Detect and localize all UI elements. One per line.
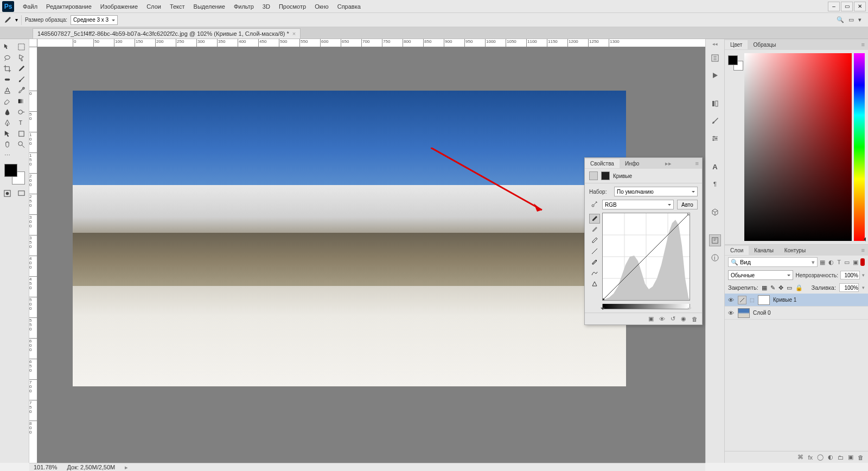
lock-paint-icon[interactable]: ✎ bbox=[770, 284, 775, 291]
curves-graph[interactable] bbox=[602, 213, 690, 301]
curve-pencil-icon[interactable] bbox=[589, 257, 600, 267]
brush-tool[interactable] bbox=[14, 74, 28, 85]
dock-character-icon[interactable]: A bbox=[709, 161, 721, 173]
lock-transparent-icon[interactable]: ▦ bbox=[762, 284, 767, 291]
adjustment-layer-icon[interactable]: ◐ bbox=[828, 454, 833, 461]
properties-panel[interactable]: Свойства Инфо ▸▸ ≡ Кривые Набор: По умол… bbox=[584, 157, 703, 325]
new-layer-icon[interactable]: ▣ bbox=[848, 454, 853, 461]
menu-edit[interactable]: Редактирование bbox=[42, 1, 96, 12]
gradient-tool[interactable] bbox=[14, 96, 28, 106]
fill-input[interactable] bbox=[839, 283, 859, 292]
toggle-visibility-icon[interactable]: ◉ bbox=[681, 315, 686, 322]
properties-collapse-icon[interactable]: ▸▸ bbox=[665, 160, 675, 167]
eraser-tool[interactable] bbox=[0, 96, 14, 106]
dock-brush-presets-icon[interactable] bbox=[709, 115, 721, 127]
eyedropper-white-icon[interactable] bbox=[589, 236, 600, 245]
menu-filter[interactable]: Фильтр bbox=[229, 1, 258, 12]
delete-adjustment-icon[interactable]: 🗑 bbox=[692, 316, 698, 322]
filter-adjust-icon[interactable]: ◐ bbox=[828, 259, 834, 266]
eyedropper-black-icon[interactable] bbox=[589, 214, 600, 224]
dock-properties-icon[interactable] bbox=[709, 234, 721, 246]
tab-properties[interactable]: Свойства bbox=[585, 159, 620, 168]
curve-point-icon[interactable] bbox=[589, 246, 600, 256]
menu-3d[interactable]: 3D bbox=[258, 1, 275, 12]
dock-paragraph-icon[interactable]: ¶ bbox=[709, 178, 721, 190]
link-icon[interactable]: ⬚ bbox=[750, 297, 755, 303]
layer-row-curves[interactable]: 👁 ⬚ Кривые 1 bbox=[725, 294, 868, 307]
group-icon[interactable]: 🗀 bbox=[838, 454, 844, 461]
eyedropper-tool[interactable] bbox=[14, 63, 28, 74]
maximize-button[interactable]: ▭ bbox=[841, 2, 853, 11]
dock-actions-icon[interactable] bbox=[709, 69, 721, 81]
quick-select-tool[interactable] bbox=[14, 52, 28, 63]
dock-history-icon[interactable] bbox=[709, 52, 721, 64]
opacity-input[interactable] bbox=[840, 271, 860, 279]
workspace-icon[interactable]: ▭ bbox=[848, 16, 854, 23]
zoom-level[interactable]: 101.78% bbox=[34, 464, 57, 470]
tab-channels[interactable]: Каналы bbox=[749, 246, 779, 255]
layer-mask-icon[interactable]: ◯ bbox=[817, 454, 824, 461]
blur-tool[interactable] bbox=[0, 106, 14, 117]
document-tab[interactable]: 1485607827_5c1f4ff2-86bc-4b59-b07a-4c3fc… bbox=[33, 28, 301, 39]
menu-layer[interactable]: Слои bbox=[142, 1, 165, 12]
channel-select[interactable]: RGB bbox=[602, 200, 674, 209]
menu-window[interactable]: Окно bbox=[310, 1, 333, 12]
minimize-button[interactable]: – bbox=[828, 2, 840, 11]
layer-row-bg[interactable]: 👁 Слой 0 bbox=[725, 307, 868, 320]
visibility-icon[interactable]: 👁 bbox=[727, 309, 735, 317]
screen-mode-tool[interactable] bbox=[14, 188, 28, 199]
filter-shape-icon[interactable]: ▭ bbox=[844, 259, 850, 266]
curves-input-gradient[interactable] bbox=[602, 304, 690, 309]
visibility-icon[interactable]: 👁 bbox=[727, 296, 735, 304]
blend-mode-select[interactable]: Обычные bbox=[728, 270, 793, 280]
color-swatches[interactable] bbox=[4, 164, 25, 184]
tab-layers[interactable]: Слои bbox=[725, 246, 749, 255]
delete-layer-icon[interactable]: 🗑 bbox=[858, 454, 864, 461]
layers-panel-menu-icon[interactable]: ≡ bbox=[861, 247, 868, 253]
color-picker-square[interactable] bbox=[744, 53, 852, 241]
filter-smart-icon[interactable]: ▣ bbox=[853, 259, 858, 266]
lock-position-icon[interactable]: ✥ bbox=[778, 284, 783, 291]
layer-fx-icon[interactable]: fx bbox=[808, 454, 813, 461]
lasso-tool[interactable] bbox=[0, 52, 14, 63]
crop-tool[interactable] bbox=[0, 63, 14, 74]
doc-size[interactable]: Док: 2,50M/2,50M bbox=[67, 464, 115, 470]
menu-image[interactable]: Изображение bbox=[96, 1, 142, 12]
color-panel-swatch[interactable] bbox=[728, 53, 742, 241]
curve-clip-icon[interactable] bbox=[589, 279, 600, 289]
status-arrow-icon[interactable]: ▸ bbox=[125, 464, 128, 471]
filter-toggle[interactable] bbox=[860, 258, 865, 266]
link-layers-icon[interactable]: ⌘ bbox=[797, 454, 803, 461]
preset-select[interactable]: По умолчанию bbox=[614, 187, 698, 196]
menu-type[interactable]: Текст bbox=[165, 1, 189, 12]
layer-thumb[interactable] bbox=[738, 308, 750, 318]
clone-stamp-tool[interactable] bbox=[0, 85, 14, 96]
dock-info-icon[interactable]: i bbox=[709, 252, 721, 264]
auto-button[interactable]: Авто bbox=[677, 200, 698, 209]
lock-all-icon[interactable]: 🔒 bbox=[795, 284, 803, 291]
layer-filter-select[interactable]: 🔍 Вид ▾ bbox=[728, 257, 818, 267]
menu-file[interactable]: Файл bbox=[18, 1, 42, 12]
menu-help[interactable]: Справка bbox=[333, 1, 365, 12]
curve-smooth-icon[interactable] bbox=[589, 268, 600, 278]
dock-3d-icon[interactable] bbox=[709, 206, 721, 218]
tab-info[interactable]: Инфо bbox=[620, 159, 645, 168]
pen-tool[interactable] bbox=[0, 117, 14, 128]
close-tab-icon[interactable]: × bbox=[292, 30, 296, 37]
tab-paths[interactable]: Контуры bbox=[779, 246, 811, 255]
tab-swatches[interactable]: Образцы bbox=[748, 40, 781, 49]
search-icon[interactable]: 🔍 bbox=[837, 16, 844, 23]
filter-type-icon[interactable]: T bbox=[837, 259, 841, 266]
hand-tool[interactable] bbox=[0, 139, 14, 150]
quick-mask-tool[interactable] bbox=[0, 188, 14, 199]
menu-select[interactable]: Выделение bbox=[189, 1, 229, 12]
path-select-tool[interactable] bbox=[0, 128, 14, 139]
tab-color[interactable]: Цвет bbox=[725, 40, 748, 49]
lock-artboard-icon[interactable]: ▭ bbox=[787, 284, 792, 291]
spot-heal-tool[interactable] bbox=[0, 74, 14, 85]
foreground-color[interactable] bbox=[4, 164, 17, 177]
layer-mask-thumb[interactable] bbox=[758, 295, 770, 305]
reset-icon[interactable]: ↺ bbox=[671, 315, 675, 322]
panel-menu-icon[interactable]: ≡ bbox=[861, 41, 868, 48]
move-tool[interactable] bbox=[0, 41, 14, 52]
